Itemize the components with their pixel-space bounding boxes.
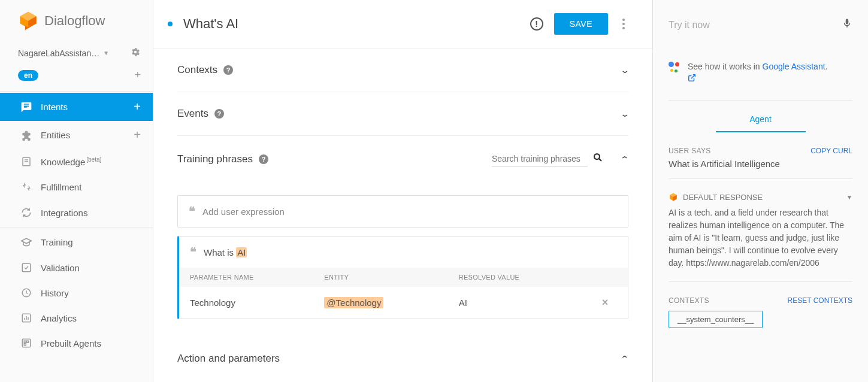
google-assistant-icon [669, 62, 679, 72]
section-title: Contexts [177, 64, 217, 76]
user-says-label: USER SAYS [669, 147, 711, 155]
add-lang-button[interactable]: + [134, 69, 141, 81]
chevron-down-icon[interactable]: ⌄ [620, 109, 630, 119]
save-button[interactable]: SAVE [554, 13, 608, 35]
try-it-input[interactable]: Try it now [669, 20, 842, 31]
dialogflow-logo-icon [18, 11, 38, 31]
training-phrase-entry: ❝ What is AI PARAMETER NAME ENTITY RESOL… [177, 236, 628, 319]
user-says-value: What is Artificial Intelligence [669, 159, 852, 179]
sidebar-item-intents[interactable]: Intents + [0, 93, 153, 121]
add-intent-button[interactable]: + [134, 100, 141, 114]
entities-icon [20, 129, 32, 141]
delete-param-button[interactable]: × [602, 296, 609, 308]
quote-icon: ❝ [190, 246, 196, 258]
external-link-icon[interactable] [688, 74, 696, 84]
param-table-row: Technology @Technology AI × [179, 287, 628, 319]
agent-tab[interactable]: Agent [669, 101, 852, 132]
expression-placeholder: Add user expression [202, 207, 617, 217]
help-icon[interactable]: ? [223, 65, 233, 75]
default-response-selector[interactable]: DEFAULT RESPONSE ▼ [669, 192, 852, 202]
validation-icon [20, 262, 32, 273]
svg-rect-15 [27, 341, 29, 342]
col-resolved: RESOLVED VALUE [459, 274, 593, 281]
reset-contexts-button[interactable]: RESET CONTEXTS [788, 296, 852, 305]
sidebar-item-entities[interactable]: Entities + [0, 121, 153, 149]
copy-curl-button[interactable]: COPY CURL [810, 147, 852, 155]
main-header: What's AI ! SAVE [153, 0, 652, 48]
section-events[interactable]: Events ? ⌄ [177, 92, 628, 136]
try-it-panel: Try it now See how it works in Google As… [652, 0, 868, 382]
sidebar: Dialogflow NagareLabAssistan… ▼ en + Int… [0, 0, 153, 382]
alert-icon[interactable]: ! [530, 17, 543, 31]
help-icon[interactable]: ? [259, 154, 268, 164]
help-icon[interactable]: ? [214, 109, 224, 119]
training-icon [20, 236, 32, 248]
resolved-value[interactable]: AI [459, 298, 593, 308]
logo-text: Dialogflow [44, 13, 105, 29]
search-training-phrases [492, 151, 603, 166]
highlighted-entity: AI [236, 247, 247, 257]
svg-line-19 [691, 75, 695, 78]
param-table-header: PARAMETER NAME ENTITY RESOLVED VALUE [179, 268, 628, 287]
gear-icon[interactable] [130, 47, 141, 59]
sidebar-item-analytics[interactable]: Analytics [0, 305, 153, 331]
section-title: Training phrases [177, 153, 253, 165]
sidebar-item-label: Training [41, 237, 73, 247]
lang-row: en + [0, 63, 153, 90]
sidebar-item-label: Analytics [41, 313, 77, 323]
agent-selector[interactable]: NagareLabAssistan… ▼ [0, 43, 153, 63]
col-parameter-name: PARAMETER NAME [190, 274, 324, 281]
sidebar-item-label: Knowledge[beta] [41, 156, 101, 167]
section-title: Events [177, 108, 208, 120]
google-assistant-cta: See how it works in Google Assistant. [669, 60, 852, 101]
phrase-text[interactable]: ❝ What is AI [179, 237, 628, 268]
section-action: Action and parameters ⌄ [177, 337, 628, 380]
add-user-expression[interactable]: ❝ Add user expression [177, 195, 628, 228]
chevron-down-icon: ▼ [846, 194, 852, 201]
chevron-down-icon[interactable]: ⌄ [620, 65, 630, 75]
response-text: AI is a tech. and a field under research… [669, 207, 852, 282]
sidebar-item-label: Fulfillment [41, 182, 81, 192]
sidebar-item-fulfillment[interactable]: Fulfillment [0, 174, 153, 199]
sidebar-item-prebuilt[interactable]: Prebuilt Agents [0, 331, 153, 356]
entity-tag: @Technology [324, 297, 383, 308]
svg-rect-7 [22, 263, 31, 272]
contexts-label: CONTEXTS [669, 296, 709, 305]
section-training-phrases: Training phrases ? ⌄ [177, 136, 628, 182]
kebab-menu[interactable] [619, 19, 628, 29]
sidebar-item-knowledge[interactable]: Knowledge[beta] [0, 149, 153, 174]
main-content: What's AI ! SAVE Contexts ? ⌄ Events ? ⌄… [153, 0, 652, 382]
svg-rect-16 [24, 344, 26, 345]
sidebar-item-label: Intents [41, 102, 68, 112]
try-it-row: Try it now [653, 0, 868, 46]
analytics-icon [20, 313, 32, 323]
sidebar-item-history[interactable]: History [0, 280, 153, 305]
context-chip[interactable]: __system_counters__ [669, 311, 763, 328]
sidebar-item-integrations[interactable]: Integrations [0, 199, 153, 226]
section-title: Action and parameters [177, 353, 280, 365]
sidebar-item-label: Integrations [41, 208, 87, 218]
svg-point-17 [594, 154, 600, 159]
integrations-icon [20, 207, 32, 219]
chevron-up-icon[interactable]: ⌄ [620, 354, 630, 363]
google-assistant-link[interactable]: Google Assistant [763, 62, 825, 71]
param-name-value[interactable]: Technology [190, 298, 324, 308]
search-icon[interactable] [592, 152, 603, 166]
agent-name: NagareLabAssistan… [18, 48, 99, 58]
chevron-up-icon[interactable]: ⌄ [620, 154, 630, 164]
sidebar-item-validation[interactable]: Validation [0, 255, 153, 280]
chevron-down-icon: ▼ [103, 50, 109, 56]
svg-rect-14 [24, 341, 26, 342]
intent-title[interactable]: What's AI [183, 16, 519, 32]
sidebar-item-training[interactable]: Training [0, 229, 153, 255]
section-contexts[interactable]: Contexts ? ⌄ [177, 48, 628, 92]
svg-line-18 [599, 159, 601, 161]
lang-pill[interactable]: en [18, 70, 38, 81]
search-input[interactable] [492, 151, 588, 166]
mic-icon[interactable] [842, 17, 852, 33]
response-cube-icon [669, 192, 678, 202]
add-entity-button[interactable]: + [134, 128, 141, 142]
col-entity: ENTITY [324, 274, 458, 281]
status-dot [168, 22, 173, 26]
knowledge-icon [20, 156, 32, 167]
